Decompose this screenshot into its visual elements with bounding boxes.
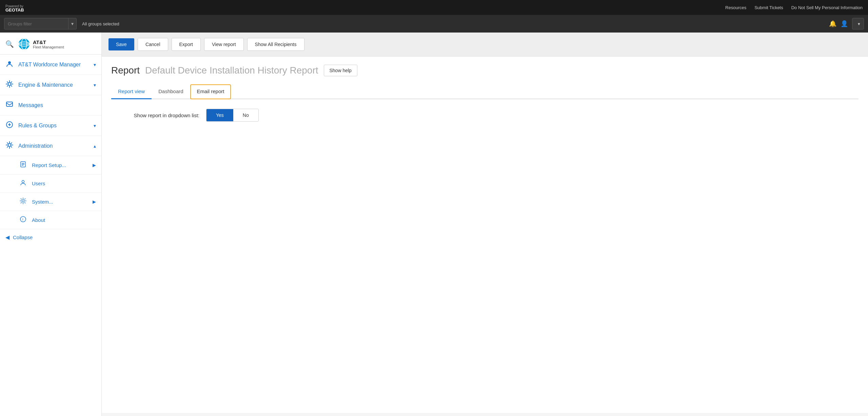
tabs-container: Report view Dashboard Email report xyxy=(111,84,859,99)
top-nav: Powered by GEOTAB Resources Submit Ticke… xyxy=(0,0,868,15)
top-nav-links: Resources Submit Tickets Do Not Sell My … xyxy=(725,5,863,10)
svg-point-15 xyxy=(22,181,24,183)
form-row-dropdown: Show report in dropdown list: Yes No xyxy=(111,109,859,122)
report-title-name: Default Device Installation History Repo… xyxy=(145,65,318,76)
messages-icon xyxy=(5,101,14,110)
do-not-sell-link[interactable]: Do Not Sell My Personal Information xyxy=(791,5,863,10)
show-help-button[interactable]: Show help xyxy=(324,65,357,76)
submit-tickets-link[interactable]: Submit Tickets xyxy=(754,5,783,10)
collapse-arrow-icon: ◀ xyxy=(5,234,9,241)
view-report-button[interactable]: View report xyxy=(204,38,244,51)
svg-rect-8 xyxy=(6,102,13,106)
sidebar-sub-item-about[interactable]: i About xyxy=(0,211,101,229)
administration-icon xyxy=(5,141,14,150)
sidebar-header: 🔍 AT&T Fleet Management xyxy=(0,33,101,55)
notification-bell-icon[interactable]: 🔔 xyxy=(829,20,836,27)
groups-filter-chevron-icon[interactable]: ▾ xyxy=(68,18,76,29)
resources-link[interactable]: Resources xyxy=(725,5,746,10)
engine-maintenance-chevron-icon: ▾ xyxy=(94,82,96,88)
main-layout: 🔍 AT&T Fleet Management AT&T Wo xyxy=(0,33,868,416)
show-all-recipients-button[interactable]: Show All Recipients xyxy=(247,38,304,51)
sidebar-item-engine-maintenance[interactable]: Engine & Maintenance ▾ xyxy=(0,75,101,95)
report-title-row: Report Default Device Installation Histo… xyxy=(111,65,859,76)
sidebar: 🔍 AT&T Fleet Management AT&T Wo xyxy=(0,33,102,416)
svg-text:i: i xyxy=(22,217,23,221)
report-setup-chevron-icon: ▶ xyxy=(93,163,96,168)
workforce-manager-chevron-icon: ▾ xyxy=(94,62,96,67)
groups-filter-input[interactable] xyxy=(4,21,68,26)
rules-groups-icon xyxy=(5,121,14,130)
sidebar-collapse-button[interactable]: ◀ Collapse xyxy=(0,229,101,245)
about-icon: i xyxy=(19,216,27,224)
dropdown-list-label: Show report in dropdown list: xyxy=(111,112,199,118)
system-chevron-icon: ▶ xyxy=(93,199,96,204)
svg-point-6 xyxy=(8,61,11,64)
toolbar: Save Cancel Export View report Show All … xyxy=(102,33,868,57)
tab-dashboard[interactable]: Dashboard xyxy=(152,84,190,99)
workforce-manager-icon xyxy=(5,60,14,69)
user-avatar-icon[interactable]: 👤 xyxy=(841,20,848,27)
report-setup-icon xyxy=(19,161,27,169)
users-icon xyxy=(19,179,27,188)
sidebar-item-administration[interactable]: Administration ▴ xyxy=(0,136,101,156)
rules-groups-chevron-icon: ▾ xyxy=(94,123,96,128)
sidebar-app-name: AT&T Fleet Management xyxy=(33,39,64,49)
geotab-logo: Powered by GEOTAB xyxy=(5,3,46,12)
yes-no-toggle-group: Yes No xyxy=(206,109,259,122)
report-title-prefix: Report xyxy=(111,65,140,76)
tab-email-report[interactable]: Email report xyxy=(190,84,231,99)
sidebar-item-workforce-manager[interactable]: AT&T Workforce Manager ▾ xyxy=(0,55,101,75)
svg-text:GEOTAB: GEOTAB xyxy=(5,7,24,12)
content-area: Save Cancel Export View report Show All … xyxy=(102,33,868,416)
user-menu[interactable]: ▾ xyxy=(852,18,864,29)
sidebar-logo: AT&T Fleet Management xyxy=(18,38,64,50)
sidebar-sub-item-system[interactable]: System... ▶ xyxy=(0,193,101,211)
geotab-logo-svg: Powered by GEOTAB xyxy=(5,3,46,12)
groups-filter-container[interactable]: ▾ xyxy=(4,18,77,29)
save-button[interactable]: Save xyxy=(108,38,134,50)
yes-button[interactable]: Yes xyxy=(206,109,233,121)
sidebar-sub-item-users[interactable]: Users xyxy=(0,174,101,193)
search-icon[interactable]: 🔍 xyxy=(5,40,14,48)
svg-point-7 xyxy=(8,83,11,85)
system-icon xyxy=(19,197,27,206)
secondary-bar: ▾ All groups selected 🔔 👤 ▾ xyxy=(0,15,868,33)
administration-chevron-icon: ▴ xyxy=(94,143,96,149)
cancel-button[interactable]: Cancel xyxy=(138,38,168,51)
sidebar-item-rules-groups[interactable]: Rules & Groups ▾ xyxy=(0,116,101,136)
att-logo-icon xyxy=(18,38,30,50)
report-content: Report Default Device Installation Histo… xyxy=(102,57,868,413)
sidebar-sub-item-report-setup[interactable]: Report Setup... ▶ xyxy=(0,156,101,174)
sidebar-item-messages[interactable]: Messages xyxy=(0,95,101,116)
secondary-bar-right: 🔔 👤 ▾ xyxy=(829,18,864,29)
groups-selected-text: All groups selected xyxy=(82,21,119,26)
svg-point-10 xyxy=(8,144,11,146)
engine-maintenance-icon xyxy=(5,80,14,89)
export-button[interactable]: Export xyxy=(172,38,201,51)
svg-point-16 xyxy=(22,200,24,202)
no-button[interactable]: No xyxy=(233,109,258,121)
tab-report-view[interactable]: Report view xyxy=(111,84,152,99)
user-menu-chevron-icon: ▾ xyxy=(858,21,860,26)
